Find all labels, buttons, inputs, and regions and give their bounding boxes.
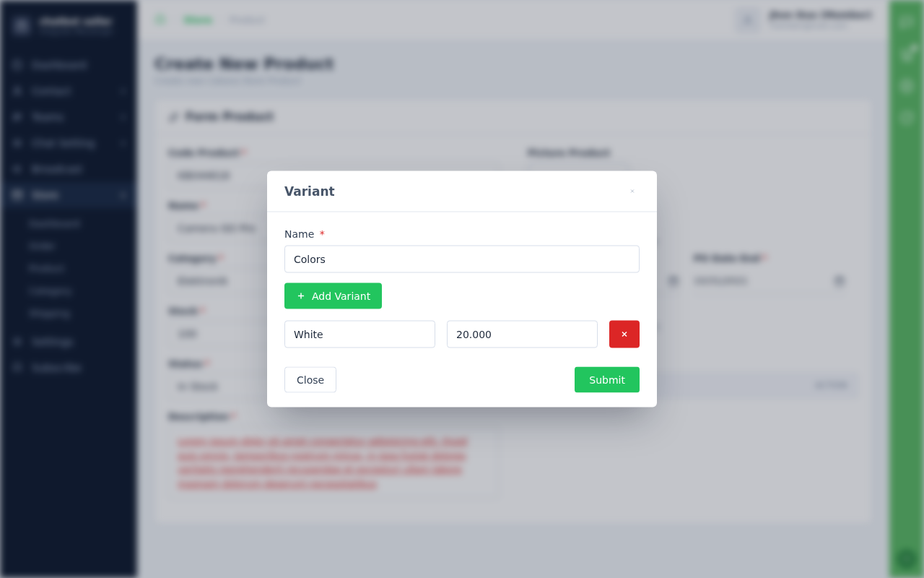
modal-footer: Close Submit (267, 354, 657, 407)
modal-submit-button[interactable]: Submit (575, 367, 640, 393)
delete-variant-row-button[interactable] (609, 321, 640, 348)
variant-name-input[interactable] (284, 246, 640, 273)
modal-close-button[interactable]: Close (284, 367, 336, 393)
variant-row-price-input[interactable] (447, 321, 598, 348)
modal-body: Name * Add Variant (267, 212, 657, 354)
close-icon (629, 185, 635, 198)
variant-row (284, 321, 640, 348)
variant-row-name-input[interactable] (284, 321, 435, 348)
modal-close-icon-button[interactable] (625, 184, 640, 199)
variant-modal: Variant Name * Add Variant Close Submit (267, 171, 657, 407)
add-variant-label: Add Variant (312, 290, 370, 302)
required-icon: * (320, 228, 325, 240)
add-variant-row-button[interactable]: Add Variant (284, 283, 382, 309)
close-icon (620, 330, 629, 339)
plus-icon (296, 291, 306, 301)
modal-title: Variant (284, 184, 335, 199)
modal-name-label: Name * (284, 228, 640, 240)
modal-header: Variant (267, 171, 657, 212)
